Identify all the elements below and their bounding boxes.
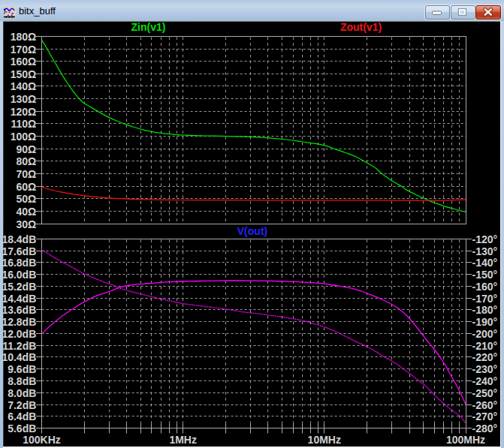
svg-text:14.4dB: 14.4dB (2, 293, 36, 305)
svg-text:5.6dB: 5.6dB (8, 422, 36, 434)
svg-text:V(out): V(out) (237, 225, 267, 237)
svg-text:-190°: -190° (472, 316, 498, 328)
svg-text:80Ω: 80Ω (17, 155, 37, 167)
svg-text:-150°: -150° (472, 269, 498, 281)
svg-text:1MHz: 1MHz (169, 434, 197, 446)
svg-text:-270°: -270° (472, 410, 498, 422)
svg-text:18.4dB: 18.4dB (2, 233, 36, 245)
svg-text:100Ω: 100Ω (11, 131, 37, 143)
svg-text:15.2dB: 15.2dB (2, 281, 36, 293)
svg-text:12.0dB: 12.0dB (2, 328, 36, 340)
svg-text:10MHz: 10MHz (308, 434, 341, 446)
svg-text:140Ω: 140Ω (11, 80, 37, 92)
svg-text:17.6dB: 17.6dB (2, 245, 36, 257)
svg-text:Zin(v1): Zin(v1) (131, 21, 166, 33)
svg-text:11.2dB: 11.2dB (2, 340, 36, 352)
svg-text:Zout(v1): Zout(v1) (340, 21, 382, 33)
svg-text:8.8dB: 8.8dB (8, 375, 36, 387)
svg-text:-120°: -120° (472, 233, 498, 245)
svg-text:8.0dB: 8.0dB (8, 387, 36, 399)
svg-text:30Ω: 30Ω (17, 218, 37, 230)
svg-text:-220°: -220° (472, 351, 498, 363)
svg-text:6.4dB: 6.4dB (8, 410, 36, 422)
svg-text:110Ω: 110Ω (11, 118, 36, 130)
svg-text:-240°: -240° (472, 375, 498, 387)
svg-text:-280°: -280° (472, 422, 498, 434)
svg-text:60Ω: 60Ω (17, 181, 37, 193)
svg-text:9.6dB: 9.6dB (8, 363, 36, 375)
svg-text:-130°: -130° (472, 245, 498, 257)
svg-text:90Ω: 90Ω (17, 143, 37, 155)
svg-text:-180°: -180° (472, 304, 498, 316)
svg-text:-260°: -260° (472, 399, 498, 411)
svg-text:40Ω: 40Ω (17, 206, 37, 218)
svg-text:100MHz: 100MHz (446, 434, 485, 446)
svg-text:-210°: -210° (472, 340, 498, 352)
svg-text:10.4dB: 10.4dB (2, 351, 36, 363)
svg-text:-200°: -200° (472, 328, 498, 340)
svg-text:-170°: -170° (472, 293, 498, 305)
svg-text:-250°: -250° (472, 387, 498, 399)
svg-text:150Ω: 150Ω (11, 68, 37, 80)
svg-text:100KHz: 100KHz (23, 434, 61, 446)
svg-text:7.2dB: 7.2dB (8, 399, 36, 411)
svg-text:13.6dB: 13.6dB (2, 304, 36, 316)
svg-text:-230°: -230° (472, 363, 498, 375)
svg-text:120Ω: 120Ω (11, 106, 37, 118)
svg-text:70Ω: 70Ω (17, 168, 37, 180)
svg-text:-140°: -140° (472, 257, 498, 269)
svg-text:160Ω: 160Ω (11, 56, 37, 68)
svg-text:170Ω: 170Ω (11, 44, 37, 56)
svg-text:16.8dB: 16.8dB (2, 257, 36, 269)
svg-text:180Ω: 180Ω (11, 31, 37, 43)
svg-text:12.8dB: 12.8dB (2, 316, 36, 328)
svg-text:50Ω: 50Ω (17, 193, 37, 205)
svg-text:130Ω: 130Ω (11, 93, 37, 105)
svg-text:16.0dB: 16.0dB (2, 269, 36, 281)
svg-text:-160°: -160° (472, 281, 498, 293)
